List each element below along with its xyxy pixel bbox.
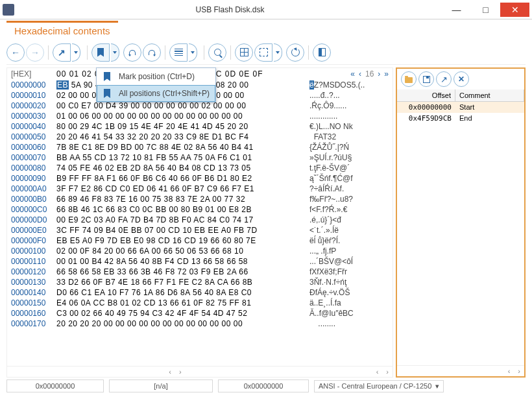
hex-bytes[interactable]: 66 89 46 F8 83 7E 16 00 75 38 83 7E 2A 0… bbox=[56, 194, 304, 204]
menu-all-positions[interactable]: All positions (Ctrl+Shift+P) bbox=[97, 85, 215, 102]
hex-row[interactable]: 00000090B9 FF FF 8A F1 66 0F B6 C6 40 66… bbox=[11, 173, 389, 184]
hex-ascii[interactable]: ?÷âÍŔí.Af. bbox=[304, 184, 389, 194]
menu-mark-position[interactable]: Mark position (Ctrl+D) bbox=[97, 68, 215, 85]
hex-ascii[interactable]: 3Ňf.·N.f÷ńţ bbox=[304, 277, 389, 287]
hex-ascii[interactable]: €.)L...NO Nk bbox=[304, 121, 389, 132]
hex-bytes[interactable]: BB AA 55 CD 13 72 10 81 FB 55 AA 75 0A F… bbox=[56, 152, 304, 163]
hex-ascii[interactable]: ........ bbox=[304, 319, 389, 329]
hscroll-left[interactable]: ‹› bbox=[169, 368, 181, 376]
hex-row[interactable]: 0000017020 20 20 20 00 00 00 00 00 00 00… bbox=[11, 319, 389, 329]
hex-ascii[interactable]: .Ŕç.Ô9...... bbox=[304, 101, 389, 111]
hex-row[interactable]: 00000150E4 06 0A CC B8 01 02 CD 13 66 61… bbox=[11, 298, 389, 308]
bookmark-dropdown[interactable] bbox=[111, 43, 119, 62]
encoding-combo[interactable]: ANSI - Central European / CP-1250 ▾ bbox=[314, 380, 444, 392]
grid-button[interactable] bbox=[235, 43, 253, 62]
hex-body[interactable]: 00000000EB 5A 90 4D 53 44 4F 53 35 2E 30… bbox=[7, 80, 393, 366]
hex-row[interactable]: 0000011000 01 00 B4 42 8A 56 40 8B F4 CD… bbox=[11, 256, 389, 267]
hex-row[interactable]: 000000A03F F7 E2 86 CD C0 ED 06 41 66 0F… bbox=[11, 184, 389, 194]
hex-ascii[interactable]: ëZ?MSDOS5.(.. bbox=[304, 80, 389, 90]
hex-bytes[interactable]: 20 20 46 41 54 33 32 20 20 20 33 C9 8E D… bbox=[56, 132, 304, 142]
col-comment[interactable]: Comment bbox=[455, 90, 524, 101]
hex-ascii[interactable]: ...´BŠV@<ôÍ bbox=[304, 256, 389, 267]
hex-row[interactable]: 000000D000 E9 2C 03 A0 FA 7D B4 7D 8B F0… bbox=[11, 215, 389, 225]
export-bookmarks-button[interactable]: ↗ bbox=[436, 71, 452, 87]
page-prev-button[interactable]: ‹ bbox=[359, 69, 361, 78]
hex-bytes[interactable]: 01 00 06 00 00 00 00 00 00 00 00 00 00 0… bbox=[56, 111, 304, 121]
prev-mark-button[interactable] bbox=[123, 43, 141, 62]
hex-row[interactable]: 00000070BB AA 55 CD 13 72 10 81 FB 55 AA… bbox=[11, 152, 389, 163]
nav-forward-button[interactable]: → bbox=[26, 43, 44, 62]
hex-row[interactable]: 000000E03C FF 74 09 B4 0E BB 07 00 CD 10… bbox=[11, 225, 389, 235]
tab-hex-contents[interactable]: Hexadecimal contents bbox=[6, 21, 118, 40]
view-button[interactable] bbox=[254, 43, 272, 62]
hex-row[interactable]: 0000008074 05 FE 46 02 EB 2D 8A 56 40 B4… bbox=[11, 163, 389, 173]
hex-ascii[interactable]: <˙t.´.».Íë bbox=[304, 225, 389, 235]
bookmark-row[interactable]: 0x00000000Start bbox=[397, 102, 524, 113]
open-bookmarks-button[interactable] bbox=[401, 71, 417, 87]
hex-row[interactable]: 00000160C3 00 02 66 40 49 75 94 C3 42 4F… bbox=[11, 308, 389, 319]
hex-ascii[interactable]: {ŽÁŽŮ˝.|?Ń bbox=[304, 142, 389, 152]
hex-row[interactable]: 000000F0EB E5 A0 F9 7D EB E0 98 CD 16 CD… bbox=[11, 235, 389, 246]
hex-ascii[interactable]: f‰Fř?~..u8? bbox=[304, 194, 389, 204]
hex-bytes[interactable]: 66 58 66 58 EB 33 66 3B 46 F8 72 03 F9 E… bbox=[56, 267, 304, 277]
hex-ascii[interactable]: .....đ..?... bbox=[304, 90, 389, 101]
hex-ascii[interactable]: ä..E¸..Í.fa bbox=[304, 298, 389, 308]
hex-ascii[interactable]: ëĺ ů}ëŕ?Í. bbox=[304, 235, 389, 246]
hex-row[interactable]: 0000012066 58 66 58 EB 33 66 3B 46 F8 72… bbox=[11, 267, 389, 277]
list-dropdown[interactable] bbox=[189, 43, 197, 62]
hex-row[interactable]: 000000B066 89 46 F8 83 7E 16 00 75 38 83… bbox=[11, 194, 389, 204]
hex-row[interactable]: 0000005020 20 46 41 54 33 32 20 20 20 33… bbox=[11, 132, 389, 142]
minimize-button[interactable]: — bbox=[442, 3, 471, 17]
page-first-button[interactable]: « bbox=[350, 69, 355, 78]
hex-bytes[interactable]: 3C FF 74 09 B4 0E BB 07 00 CD 10 EB EE A… bbox=[56, 225, 304, 235]
hex-ascii[interactable]: .é,.ú}´}<đ bbox=[304, 215, 389, 225]
hex-row[interactable]: 0000010002 00 0F 84 20 00 66 6A 00 66 50… bbox=[11, 246, 389, 256]
hex-ascii[interactable]: ...„ .fj.fP bbox=[304, 246, 389, 256]
hex-bytes[interactable]: EB E5 A0 F9 7D EB E0 98 CD 16 CD 19 66 6… bbox=[56, 235, 304, 246]
page-last-button[interactable]: » bbox=[384, 69, 389, 78]
hex-row[interactable]: 0000003001 00 06 00 00 00 00 00 00 00 00… bbox=[11, 111, 389, 121]
hex-bytes[interactable]: 3F F7 E2 86 CD C0 ED 06 41 66 0F B7 C9 6… bbox=[56, 184, 304, 194]
hex-bytes[interactable]: 33 D2 66 0F B7 4E 18 66 F7 F1 FE C2 8A C… bbox=[56, 277, 304, 287]
bookmark-button[interactable] bbox=[91, 43, 110, 62]
goto-button[interactable]: ↗ bbox=[53, 43, 71, 62]
hex-bytes[interactable]: 00 01 00 B4 42 8A 56 40 8B F4 CD 13 66 5… bbox=[56, 256, 304, 267]
hex-ascii[interactable]: f<F.f?Ŕ.».€ bbox=[304, 204, 389, 215]
hex-ascii[interactable]: »ŞUÍ.r.?úU§ bbox=[304, 152, 389, 163]
col-offset[interactable]: Offset bbox=[397, 90, 455, 101]
clear-bookmarks-button[interactable]: ✕ bbox=[453, 71, 469, 87]
hex-ascii[interactable]: Ă..f@Iu″êBC bbox=[304, 308, 389, 319]
refresh-button[interactable] bbox=[286, 43, 304, 62]
hex-row[interactable]: 000000C066 8B 46 1C 66 83 C0 0C BB 00 80… bbox=[11, 204, 389, 215]
hex-bytes[interactable]: C3 00 02 66 40 49 75 94 C3 42 4F 4F 54 4… bbox=[56, 308, 304, 319]
hex-ascii[interactable]: FAT32 bbox=[304, 132, 389, 142]
hex-bytes[interactable]: 80 00 29 4C 1B 09 15 4E 4F 20 4E 41 4D 4… bbox=[56, 121, 304, 132]
hex-row[interactable]: 0000013033 D2 66 0F B7 4E 18 66 F7 F1 FE… bbox=[11, 277, 389, 287]
hex-bytes[interactable]: 66 8B 46 1C 66 83 C0 0C BB 00 80 B9 01 0… bbox=[56, 204, 304, 215]
page-next-button[interactable]: › bbox=[378, 69, 380, 78]
hex-row[interactable]: 00000140D0 66 C1 EA 10 F7 76 1A 86 D6 8A… bbox=[11, 287, 389, 298]
hex-ascii[interactable]: fXfXë3f;Fřr bbox=[304, 267, 389, 277]
hex-ascii[interactable]: t.ţF.ë-ŠV@´ bbox=[304, 163, 389, 173]
side-scroll[interactable]: ‹› bbox=[397, 365, 524, 376]
save-bookmarks-button[interactable] bbox=[418, 71, 434, 87]
hex-bytes[interactable]: B9 FF FF 8A F1 66 0F B6 C6 40 66 0F B6 D… bbox=[56, 173, 304, 184]
hex-row[interactable]: 0000004080 00 29 4C 1B 09 15 4E 4F 20 4E… bbox=[11, 121, 389, 132]
hex-ascii[interactable]: ĐfÁę.÷v.ÖŠ bbox=[304, 287, 389, 298]
next-mark-button[interactable] bbox=[143, 43, 161, 62]
hex-bytes[interactable]: 00 E9 2C 03 A0 FA 7D B4 7D 8B F0 AC 84 C… bbox=[56, 215, 304, 225]
toggle-panel-button[interactable] bbox=[313, 43, 331, 62]
view-dropdown[interactable] bbox=[274, 43, 282, 62]
hex-bytes[interactable]: 74 05 FE 46 02 EB 2D 8A 56 40 B4 08 CD 1… bbox=[56, 163, 304, 173]
hex-bytes[interactable]: E4 06 0A CC B8 01 02 CD 13 66 61 0F 82 7… bbox=[56, 298, 304, 308]
hex-row[interactable]: 000000607B 8E C1 8E D9 BD 00 7C 88 4E 02… bbox=[11, 142, 389, 152]
bookmark-row[interactable]: 0x4F59D9CBEnd bbox=[397, 113, 524, 124]
list-button[interactable] bbox=[169, 43, 187, 62]
hex-bytes[interactable]: 02 00 0F 84 20 00 66 6A 00 66 50 06 53 6… bbox=[56, 246, 304, 256]
hex-bytes[interactable]: 20 20 20 20 00 00 00 00 00 00 00 00 00 0… bbox=[56, 319, 304, 329]
nav-back-button[interactable]: ← bbox=[6, 43, 25, 62]
maximize-button[interactable]: □ bbox=[471, 3, 500, 17]
hscroll-right[interactable]: ‹› bbox=[376, 368, 389, 376]
hex-ascii[interactable]: ............. bbox=[304, 111, 389, 121]
hex-ascii[interactable]: ąˇ´Šńf.¶Ć@f bbox=[304, 173, 389, 184]
